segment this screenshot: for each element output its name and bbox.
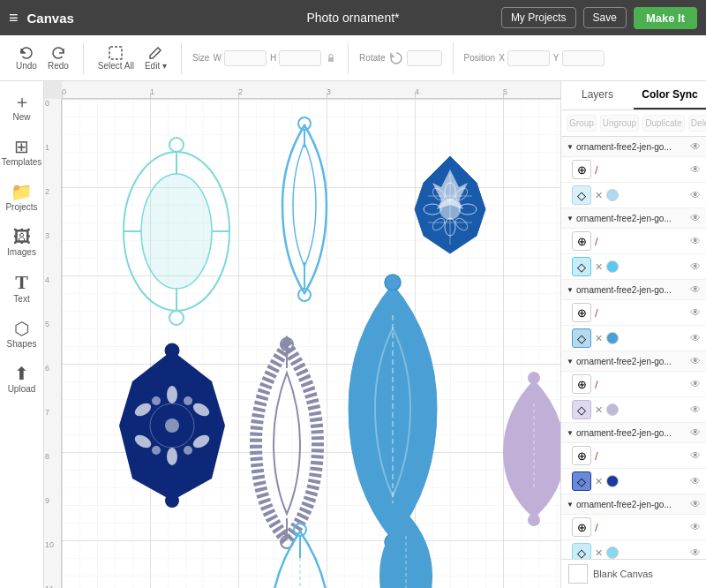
cut-indicator-2-1: / <box>595 235 598 248</box>
save-button[interactable]: Save <box>583 7 627 28</box>
layer-group-header-1[interactable]: ▼ ornament-free2-jen-go... 👁 <box>561 137 706 157</box>
canvas-area[interactable]: 0123456789101112 0123456789101112 <box>44 81 560 588</box>
group-button[interactable]: Group <box>567 115 597 132</box>
blank-canvas-row: Blank Canvas <box>561 559 706 588</box>
rotate-input[interactable] <box>407 50 442 66</box>
eye-3-1[interactable]: 👁 <box>690 306 701 319</box>
layer-row-1-2[interactable]: ◇ ✕ 👁 <box>561 183 706 208</box>
my-projects-button[interactable]: My Projects <box>501 7 576 28</box>
color-swatch-5-2[interactable] <box>606 475 619 487</box>
cut-indicator-4-1: / <box>595 378 598 391</box>
visibility-toggle-1[interactable]: 👁 <box>690 140 701 153</box>
visibility-toggle-6[interactable]: 👁 <box>690 498 701 510</box>
x-input[interactable] <box>507 50 550 66</box>
images-icon: 🖼 <box>13 228 31 245</box>
sidebar-item-shapes[interactable]: ⬡ Shapes <box>0 313 43 356</box>
y-input[interactable] <box>562 50 605 66</box>
text-icon: T <box>15 273 28 292</box>
eye-5-1[interactable]: 👁 <box>690 449 701 462</box>
eye-2-2[interactable]: 👁 <box>690 260 701 273</box>
layer-row-2-1[interactable]: ⊕ / 👁 <box>561 229 706 254</box>
eye-6-2[interactable]: 👁 <box>690 547 701 559</box>
ruler-vertical: 0123456789101112 <box>44 99 62 588</box>
layer-group-4: ▼ ornament-free2-jen-go... 👁 ⊕ / 👁 ◇ ✕ 👁 <box>561 351 706 423</box>
layer-row-3-2[interactable]: ◇ ✕ 👁 <box>561 326 706 351</box>
layer-row-3-1[interactable]: ⊕ / 👁 <box>561 300 706 326</box>
layer-row-6-2[interactable]: ◇ ✕ 👁 <box>561 540 706 559</box>
layer-row-5-2[interactable]: ◇ ✕ 👁 <box>561 469 706 494</box>
x-icon-1-2: ✕ <box>595 190 603 201</box>
x-field: X <box>499 50 550 66</box>
svg-point-33 <box>152 396 161 405</box>
w-label: W <box>213 53 221 63</box>
tab-color-sync[interactable]: Color Sync <box>634 81 706 109</box>
height-input[interactable] <box>279 50 321 66</box>
sidebar-item-templates[interactable]: ⊞ Templates <box>0 131 43 174</box>
layer-group-2: ▼ ornament-free2-jen-go... 👁 ⊕ / 👁 ◇ ✕ 👁 <box>561 208 706 280</box>
layer-group-1: ▼ ornament-free2-jen-go... 👁 ⊕ / 👁 ◇ ✕ 👁 <box>561 137 706 208</box>
color-swatch-6-2[interactable] <box>606 547 619 559</box>
sidebar-item-new[interactable]: ＋ New <box>0 86 43 129</box>
hamburger-menu[interactable]: ≡ <box>9 9 19 27</box>
eye-3-2[interactable]: 👁 <box>690 332 701 344</box>
eye-1-2[interactable]: 👁 <box>690 189 701 201</box>
eye-4-1[interactable]: 👁 <box>690 378 701 390</box>
sidebar-item-images[interactable]: 🖼 Images <box>0 221 43 264</box>
visibility-toggle-3[interactable]: 👁 <box>690 283 701 296</box>
sidebar-label-projects: Projects <box>5 202 37 212</box>
group-name-4: ornament-free2-jen-go... <box>576 357 687 366</box>
h-label: H <box>270 53 276 63</box>
layer-group-header-6[interactable]: ▼ ornament-free2-jen-go... 👁 <box>561 494 706 515</box>
layer-group-header-4[interactable]: ▼ ornament-free2-jen-go... 👁 <box>561 351 706 372</box>
delete-button[interactable]: Delete <box>688 115 706 132</box>
duplicate-button[interactable]: Duplicate <box>642 115 685 132</box>
layer-icon-5-2: ◇ <box>572 471 591 491</box>
position-group: Position X Y <box>461 50 608 66</box>
color-swatch-4-2[interactable] <box>606 403 619 416</box>
collapse-arrow-2: ▼ <box>567 215 574 222</box>
design-canvas[interactable] <box>62 99 560 588</box>
eye-4-2[interactable]: 👁 <box>690 403 701 416</box>
eye-6-1[interactable]: 👁 <box>690 521 701 533</box>
layer-group-header-5[interactable]: ▼ ornament-free2-jen-go... 👁 <box>561 423 706 443</box>
size-label: Size <box>192 53 209 63</box>
layer-list[interactable]: ▼ ornament-free2-jen-go... 👁 ⊕ / 👁 ◇ ✕ 👁 <box>561 137 706 559</box>
eye-2-1[interactable]: 👁 <box>690 235 701 247</box>
layer-group-5: ▼ ornament-free2-jen-go... 👁 ⊕ / 👁 ◇ ✕ 👁 <box>561 423 706 494</box>
eye-5-2[interactable]: 👁 <box>690 475 701 487</box>
visibility-toggle-5[interactable]: 👁 <box>690 426 701 439</box>
select-all-button[interactable]: Select All <box>94 43 138 72</box>
layer-row-4-1[interactable]: ⊕ / 👁 <box>561 372 706 397</box>
width-input[interactable] <box>224 50 267 66</box>
svg-point-55 <box>400 504 412 516</box>
color-swatch-2-2[interactable] <box>606 260 619 273</box>
layer-group-header-3[interactable]: ▼ ornament-free2-jen-go... 👁 <box>561 280 706 300</box>
redo-button[interactable]: Redo <box>44 43 72 72</box>
sidebar-label-images: Images <box>7 247 36 257</box>
top-bar: ≡ Canvas Photo ornament* My Projects Sav… <box>0 0 706 35</box>
sidebar-item-upload[interactable]: ⬆ Upload <box>0 358 43 401</box>
doc-title: Photo ornament* <box>306 11 399 25</box>
undo-button[interactable]: Undo <box>12 43 41 72</box>
color-swatch-1-2[interactable] <box>606 189 619 201</box>
x-icon-4-2: ✕ <box>595 404 603 416</box>
visibility-toggle-2[interactable]: 👁 <box>690 212 701 224</box>
x-label: X <box>499 53 505 63</box>
sidebar-item-text[interactable]: T Text <box>0 266 43 311</box>
layer-row-5-1[interactable]: ⊕ / 👁 <box>561 443 706 469</box>
edit-button[interactable]: Edit ▾ <box>141 43 170 72</box>
layer-row-1-1[interactable]: ⊕ / 👁 <box>561 157 706 183</box>
visibility-toggle-4[interactable]: 👁 <box>690 355 701 367</box>
layer-group-header-2[interactable]: ▼ ornament-free2-jen-go... 👁 <box>561 208 706 229</box>
eye-1-1[interactable]: 👁 <box>690 163 701 176</box>
shapes-icon: ⬡ <box>14 320 29 337</box>
layer-row-4-2[interactable]: ◇ ✕ 👁 <box>561 397 706 423</box>
layer-row-2-2[interactable]: ◇ ✕ 👁 <box>561 254 706 280</box>
color-swatch-3-2[interactable] <box>606 332 619 344</box>
make-it-button[interactable]: Make It <box>634 7 697 29</box>
sidebar-item-projects[interactable]: 📁 Projects <box>0 176 43 219</box>
tab-layers[interactable]: Layers <box>561 81 634 109</box>
sep3 <box>348 42 349 74</box>
layer-row-6-1[interactable]: ⊕ / 👁 <box>561 515 706 540</box>
ungroup-button[interactable]: Ungroup <box>600 115 639 132</box>
